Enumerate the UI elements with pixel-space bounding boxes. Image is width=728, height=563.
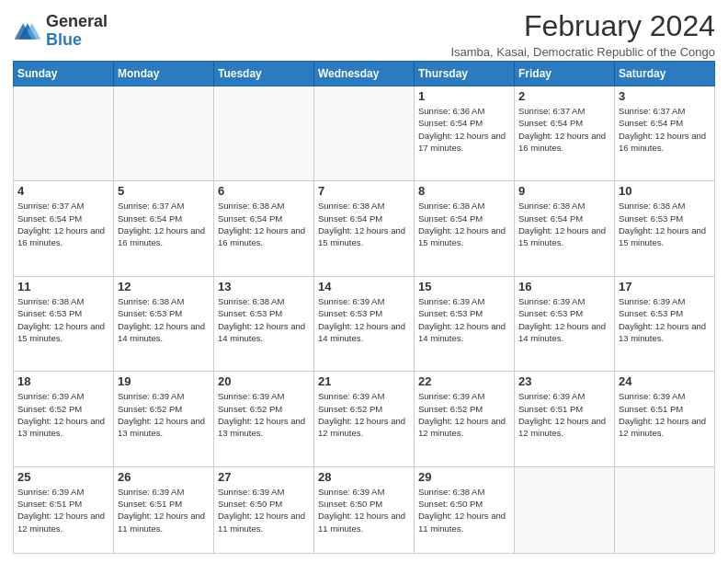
day-number: 26 (118, 470, 210, 484)
day-number: 16 (518, 280, 610, 293)
calendar-day-cell (14, 86, 114, 181)
calendar-day-cell: 11Sunrise: 6:38 AM Sunset: 6:53 PM Dayli… (14, 276, 114, 371)
day-number: 24 (619, 374, 711, 388)
day-number: 13 (218, 280, 310, 293)
calendar-day-cell: 15Sunrise: 6:39 AM Sunset: 6:53 PM Dayli… (415, 276, 515, 371)
day-info: Sunrise: 6:37 AM Sunset: 6:54 PM Dayligh… (619, 105, 711, 154)
month-year: February 2024 (450, 9, 715, 43)
day-info: Sunrise: 6:38 AM Sunset: 6:54 PM Dayligh… (318, 200, 410, 248)
calendar-day-cell: 27Sunrise: 6:39 AM Sunset: 6:50 PM Dayli… (214, 466, 314, 553)
logo: General Blue (13, 9, 108, 50)
day-number: 23 (518, 374, 610, 388)
day-info: Sunrise: 6:37 AM Sunset: 6:54 PM Dayligh… (118, 200, 210, 248)
day-info: Sunrise: 6:38 AM Sunset: 6:54 PM Dayligh… (518, 200, 610, 248)
calendar-week-row: 4Sunrise: 6:37 AM Sunset: 6:54 PM Daylig… (14, 181, 715, 276)
day-info: Sunrise: 6:39 AM Sunset: 6:51 PM Dayligh… (118, 486, 210, 534)
day-number: 14 (318, 280, 410, 293)
day-number: 2 (518, 89, 610, 103)
calendar-day-cell: 5Sunrise: 6:37 AM Sunset: 6:54 PM Daylig… (114, 181, 214, 276)
subtitle: Isamba, Kasai, Democratic Republic of th… (450, 45, 715, 59)
day-info: Sunrise: 6:38 AM Sunset: 6:53 PM Dayligh… (17, 295, 109, 344)
day-info: Sunrise: 6:39 AM Sunset: 6:53 PM Dayligh… (418, 295, 510, 344)
day-number: 11 (17, 280, 109, 293)
day-info: Sunrise: 6:39 AM Sunset: 6:52 PM Dayligh… (218, 390, 310, 439)
calendar-day-cell: 26Sunrise: 6:39 AM Sunset: 6:51 PM Dayli… (114, 466, 214, 553)
day-info: Sunrise: 6:39 AM Sunset: 6:52 PM Dayligh… (318, 390, 410, 439)
calendar-day-cell: 10Sunrise: 6:38 AM Sunset: 6:53 PM Dayli… (615, 181, 715, 276)
calendar-day-cell: 16Sunrise: 6:39 AM Sunset: 6:53 PM Dayli… (515, 276, 615, 371)
header: General Blue February 2024 Isamba, Kasai… (13, 9, 715, 59)
day-number: 20 (218, 374, 310, 388)
calendar-day-cell: 28Sunrise: 6:39 AM Sunset: 6:50 PM Dayli… (314, 466, 415, 553)
day-info: Sunrise: 6:39 AM Sunset: 6:53 PM Dayligh… (619, 295, 711, 344)
day-number: 10 (619, 184, 711, 198)
day-info: Sunrise: 6:39 AM Sunset: 6:51 PM Dayligh… (17, 486, 109, 534)
day-info: Sunrise: 6:39 AM Sunset: 6:50 PM Dayligh… (318, 486, 410, 534)
day-info: Sunrise: 6:39 AM Sunset: 6:52 PM Dayligh… (118, 390, 210, 439)
calendar-day-cell: 12Sunrise: 6:38 AM Sunset: 6:53 PM Dayli… (114, 276, 214, 371)
day-number: 12 (118, 280, 210, 293)
calendar-day-cell: 17Sunrise: 6:39 AM Sunset: 6:53 PM Dayli… (615, 276, 715, 371)
calendar-day-cell: 3Sunrise: 6:37 AM Sunset: 6:54 PM Daylig… (615, 86, 715, 181)
page: General Blue February 2024 Isamba, Kasai… (0, 0, 728, 563)
day-number: 4 (17, 184, 109, 198)
title-block: February 2024 Isamba, Kasai, Democratic … (450, 9, 715, 59)
day-info: Sunrise: 6:38 AM Sunset: 6:50 PM Dayligh… (418, 486, 510, 534)
calendar-day-cell (114, 86, 214, 181)
day-number: 28 (318, 470, 410, 484)
day-number: 6 (218, 184, 310, 198)
weekday-header: Saturday (615, 62, 715, 86)
calendar-week-row: 25Sunrise: 6:39 AM Sunset: 6:51 PM Dayli… (14, 466, 715, 553)
day-number: 22 (418, 374, 510, 388)
calendar-day-cell: 25Sunrise: 6:39 AM Sunset: 6:51 PM Dayli… (14, 466, 114, 553)
calendar-week-row: 11Sunrise: 6:38 AM Sunset: 6:53 PM Dayli… (14, 276, 715, 371)
day-info: Sunrise: 6:39 AM Sunset: 6:53 PM Dayligh… (518, 295, 610, 344)
weekday-header: Thursday (415, 62, 515, 86)
calendar-day-cell: 19Sunrise: 6:39 AM Sunset: 6:52 PM Dayli… (114, 372, 214, 466)
day-info: Sunrise: 6:39 AM Sunset: 6:52 PM Dayligh… (17, 390, 109, 439)
day-number: 1 (418, 89, 510, 103)
calendar-day-cell: 1Sunrise: 6:36 AM Sunset: 6:54 PM Daylig… (415, 86, 515, 181)
day-number: 9 (518, 184, 610, 198)
day-info: Sunrise: 6:37 AM Sunset: 6:54 PM Dayligh… (518, 105, 610, 154)
day-number: 8 (418, 184, 510, 198)
day-number: 21 (318, 374, 410, 388)
calendar-day-cell: 6Sunrise: 6:38 AM Sunset: 6:54 PM Daylig… (214, 181, 314, 276)
calendar-day-cell: 9Sunrise: 6:38 AM Sunset: 6:54 PM Daylig… (515, 181, 615, 276)
weekday-header: Monday (114, 62, 214, 86)
calendar-day-cell: 22Sunrise: 6:39 AM Sunset: 6:52 PM Dayli… (415, 372, 515, 466)
day-info: Sunrise: 6:38 AM Sunset: 6:54 PM Dayligh… (418, 200, 510, 248)
day-info: Sunrise: 6:39 AM Sunset: 6:51 PM Dayligh… (619, 390, 711, 439)
day-number: 15 (418, 280, 510, 293)
weekday-header: Tuesday (214, 62, 314, 86)
logo-blue: Blue (46, 30, 82, 49)
calendar: SundayMondayTuesdayWednesdayThursdayFrid… (13, 61, 715, 554)
day-number: 19 (118, 374, 210, 388)
day-number: 27 (218, 470, 310, 484)
calendar-day-cell: 21Sunrise: 6:39 AM Sunset: 6:52 PM Dayli… (314, 372, 415, 466)
day-number: 7 (318, 184, 410, 198)
day-info: Sunrise: 6:38 AM Sunset: 6:53 PM Dayligh… (619, 200, 711, 248)
logo-icon (13, 18, 42, 44)
day-info: Sunrise: 6:38 AM Sunset: 6:54 PM Dayligh… (218, 200, 310, 248)
weekday-header: Sunday (14, 62, 114, 86)
calendar-day-cell: 7Sunrise: 6:38 AM Sunset: 6:54 PM Daylig… (314, 181, 415, 276)
calendar-day-cell: 2Sunrise: 6:37 AM Sunset: 6:54 PM Daylig… (515, 86, 615, 181)
calendar-week-row: 1Sunrise: 6:36 AM Sunset: 6:54 PM Daylig… (14, 86, 715, 181)
calendar-day-cell (314, 86, 415, 181)
day-number: 5 (118, 184, 210, 198)
calendar-day-cell: 14Sunrise: 6:39 AM Sunset: 6:53 PM Dayli… (314, 276, 415, 371)
weekday-header: Friday (515, 62, 615, 86)
calendar-day-cell (615, 466, 715, 553)
weekday-header: Wednesday (314, 62, 415, 86)
calendar-week-row: 18Sunrise: 6:39 AM Sunset: 6:52 PM Dayli… (14, 372, 715, 466)
day-info: Sunrise: 6:38 AM Sunset: 6:53 PM Dayligh… (218, 295, 310, 344)
calendar-day-cell: 18Sunrise: 6:39 AM Sunset: 6:52 PM Dayli… (14, 372, 114, 466)
calendar-day-cell: 29Sunrise: 6:38 AM Sunset: 6:50 PM Dayli… (415, 466, 515, 553)
logo-text: General Blue (46, 13, 108, 50)
calendar-day-cell: 23Sunrise: 6:39 AM Sunset: 6:51 PM Dayli… (515, 372, 615, 466)
day-number: 25 (17, 470, 109, 484)
calendar-day-cell (515, 466, 615, 553)
day-info: Sunrise: 6:38 AM Sunset: 6:53 PM Dayligh… (118, 295, 210, 344)
day-info: Sunrise: 6:39 AM Sunset: 6:53 PM Dayligh… (318, 295, 410, 344)
